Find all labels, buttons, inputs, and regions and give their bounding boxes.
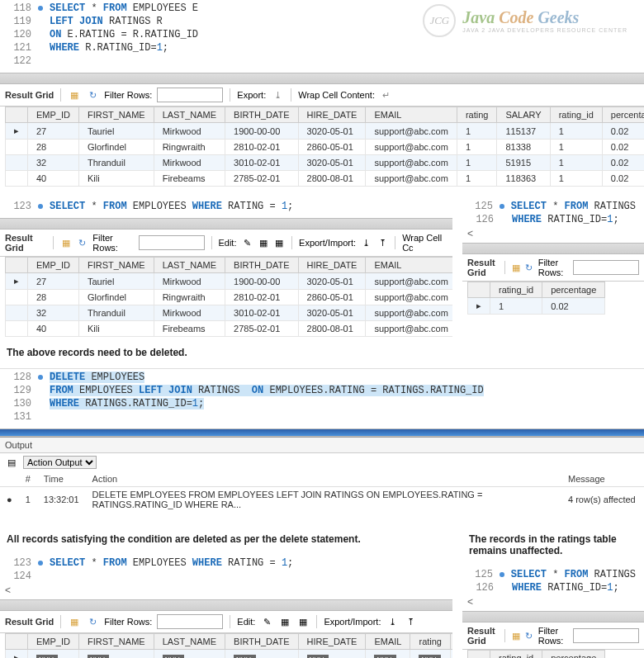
edit-icon[interactable]: ▦ — [258, 236, 269, 249]
edit-icon[interactable]: ✎ — [241, 236, 253, 249]
divider — [0, 428, 644, 437]
filter-input[interactable] — [157, 88, 223, 102]
grid-icon[interactable]: ▦ — [60, 236, 72, 249]
grid-icon[interactable]: ▦ — [512, 629, 520, 642]
import-icon[interactable]: ⤒ — [377, 236, 389, 249]
grid-icon[interactable]: ▦ — [512, 261, 520, 274]
caption-delete-needed: The above records need to be deleted. — [0, 337, 644, 368]
refresh-icon[interactable]: ↻ — [86, 615, 99, 628]
line-number: 123 — [8, 557, 31, 569]
refresh-icon[interactable]: ↻ — [77, 236, 88, 249]
export-import-label: Export/Import: — [324, 617, 381, 627]
result-grid-label: Result Grid — [5, 617, 54, 627]
line-number: 131 — [8, 411, 31, 423]
breakpoint-dot[interactable] — [38, 204, 43, 209]
divider — [0, 599, 452, 611]
line-number: 128 — [8, 372, 31, 383]
result-table-5[interactable]: rating_idpercentage ▸10.02 — [467, 650, 605, 658]
line-number: 126 — [471, 582, 494, 594]
line-number: 126 — [471, 214, 494, 225]
edit-label: Edit: — [218, 238, 236, 248]
scroll-left-icon[interactable]: < — [462, 228, 644, 239]
scroll-left-icon[interactable]: < — [462, 596, 644, 608]
export-icon[interactable]: ⤓ — [361, 236, 372, 249]
export-import-label: Export/Import: — [299, 238, 356, 248]
line-number: 124 — [8, 570, 31, 582]
filter-rows-label: Filter Rows: — [538, 258, 568, 277]
edit-icon[interactable]: ▦ — [274, 236, 286, 249]
line-number: 120 — [8, 29, 31, 40]
output-table: #TimeActionMessage ●113:32:01DELETE EMPL… — [0, 471, 644, 512]
filter-input[interactable] — [139, 235, 205, 250]
edit-icon[interactable]: ▦ — [278, 615, 291, 628]
table-row: ▸27TaurielMirkwood1900-00-003020-05-01su… — [6, 273, 453, 290]
table-row: 32ThranduilMirkwood3010-02-013020-05-01s… — [6, 305, 453, 321]
edit-icon[interactable]: ▦ — [296, 615, 310, 628]
logo-subtitle: JAVA 2 JAVA DEVELOPERS RESOURCE CENTER — [462, 27, 627, 33]
output-row[interactable]: ●113:32:01DELETE EMPLOYEES FROM EMPLOYEE… — [0, 487, 644, 513]
result-table-2[interactable]: EMP_IDFIRST_NAMELAST_NAMEBIRTH_DATEHIRE_… — [5, 257, 452, 337]
result-grid-label: Result Grid — [467, 626, 498, 646]
grid-icon[interactable]: ▦ — [68, 615, 81, 628]
filter-input[interactable] — [157, 614, 223, 629]
table-row: ▸27TaurielMirkwood1900-00-003020-05-01su… — [6, 123, 645, 140]
success-icon: ● — [0, 487, 19, 513]
breakpoint-dot[interactable] — [38, 561, 43, 566]
result-table-3[interactable]: rating_idpercentage ▸10.02 — [467, 282, 605, 315]
filter-rows-label: Filter Rows: — [92, 233, 133, 253]
table-row: 40KiliFirebeams2785-02-012800-08-01suppo… — [6, 171, 645, 187]
result-table-1[interactable]: EMP_IDFIRST_NAMELAST_NAMEBIRTH_DATEHIRE_… — [5, 107, 644, 187]
output-type-select[interactable]: Action Output — [23, 456, 97, 469]
divider — [0, 73, 644, 84]
filter-rows-label: Filter Rows: — [104, 617, 152, 627]
line-number: 119 — [8, 16, 31, 27]
export-icon[interactable]: ⤓ — [386, 615, 399, 628]
breakpoint-dot[interactable] — [500, 572, 504, 577]
result-grid-label: Result Grid — [5, 90, 54, 100]
export-icon[interactable]: ⤓ — [271, 88, 284, 102]
logo-circle: JCG — [423, 4, 456, 37]
line-number: 123 — [8, 201, 31, 212]
line-number: 121 — [8, 42, 31, 54]
wrap-icon[interactable]: ↵ — [380, 88, 393, 102]
refresh-icon[interactable]: ↻ — [86, 88, 99, 102]
output-icon[interactable]: ▤ — [5, 456, 18, 469]
line-number: 118 — [8, 2, 31, 14]
result-toolbar-5: Result Grid ▦ ↻ Filter Rows: — [462, 622, 644, 650]
sql-editor-2[interactable]: 123SELECT * FROM EMPLOYEES WHERE RATING … — [0, 198, 452, 215]
line-number: 125 — [471, 201, 493, 212]
sql-editor-5[interactable]: 123SELECT * FROM EMPLOYEES WHERE RATING … — [0, 555, 452, 585]
filter-rows-label: Filter Rows: — [538, 626, 568, 646]
wrap-label: Wrap Cell Content: — [298, 90, 375, 100]
sql-editor-3[interactable]: 125SELECT * FROM RATINGS 126WHERE RATING… — [462, 198, 644, 228]
result-table-4[interactable]: EMP_IDFIRST_NAMELAST_NAMEBIRTH_DATEHIRE_… — [5, 633, 452, 658]
refresh-icon[interactable]: ↻ — [525, 629, 533, 642]
breakpoint-dot[interactable] — [38, 375, 43, 380]
filter-input[interactable] — [573, 260, 639, 275]
result-grid-label: Result Grid — [467, 258, 498, 277]
table-row: 40KiliFirebeams2785-02-012800-08-01suppo… — [6, 321, 453, 337]
line-number: 130 — [8, 398, 31, 409]
table-row: 28GlorfindelRingwraith2810-02-012860-05-… — [6, 140, 645, 155]
filter-input[interactable] — [573, 628, 639, 643]
sql-editor-6[interactable]: 125SELECT * FROM RATINGS 126WHERE RATING… — [462, 566, 644, 596]
scroll-left-icon[interactable]: < — [0, 585, 452, 596]
table-row: ▸10.02 — [468, 298, 605, 315]
logo: JCG Java Code Geeks JAVA 2 JAVA DEVELOPE… — [423, 4, 627, 37]
import-icon[interactable]: ⤒ — [404, 615, 417, 628]
divider — [462, 611, 644, 622]
result-toolbar-1: Result Grid ▦ ↻ Filter Rows: Export: ⤓ W… — [0, 84, 644, 107]
table-row: ▸NULLNULLNULLNULLNULLNULLNULLNULL — [6, 650, 453, 659]
result-toolbar-3: Result Grid ▦ ↻ Filter Rows: — [462, 254, 644, 282]
table-row: 32ThranduilMirkwood3010-02-013020-05-01s… — [6, 155, 645, 171]
edit-icon[interactable]: ✎ — [260, 615, 273, 628]
line-number: 129 — [8, 385, 31, 396]
sql-editor-4[interactable]: 128DELETE EMPLOYEES 129FROM EMPLOYEES LE… — [0, 368, 644, 425]
refresh-icon[interactable]: ↻ — [525, 261, 533, 274]
breakpoint-dot[interactable] — [500, 204, 504, 209]
grid-icon[interactable]: ▦ — [68, 88, 81, 102]
caption-ratings-unaffected: The records in the ratings table remains… — [462, 523, 644, 566]
table-row: 28GlorfindelRingwraith2810-02-012860-05-… — [6, 290, 453, 305]
divider — [462, 243, 644, 254]
breakpoint-dot[interactable] — [38, 6, 43, 11]
